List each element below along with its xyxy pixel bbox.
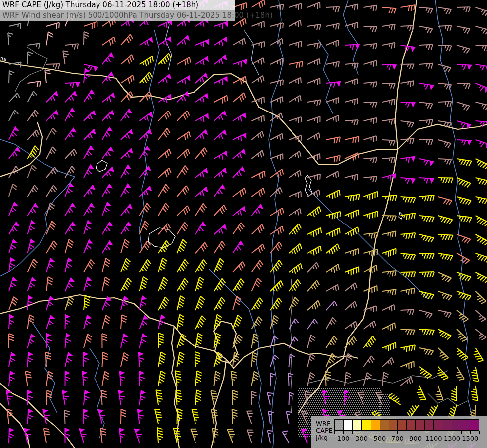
- title-line-cape: WRF CAPE (J/kg) Thursday 06-11-2025 18:0…: [0, 0, 235, 10]
- colorbar-cell: [470, 419, 479, 431]
- colorbar-cell: [352, 419, 361, 431]
- colorbar-tick: [452, 431, 452, 434]
- colorbar-tick: [380, 431, 380, 434]
- legend-caption: WRFCAPEJ/kg: [316, 420, 333, 441]
- legend-caption-line: CAPE: [316, 427, 333, 434]
- colorbar-cell: [343, 419, 352, 431]
- map-place-label: Ra: [0, 57, 6, 62]
- colorbar-cell: [389, 419, 397, 431]
- weather-map-canvas: [0, 0, 487, 448]
- colorbar-tick: [334, 431, 335, 434]
- colorbar-tick-label: 1100: [426, 435, 442, 442]
- colorbar-cell: [424, 419, 433, 431]
- colorbar-tick: [416, 431, 416, 434]
- colorbar-cell: [361, 419, 370, 431]
- colorbar-tick-label: 700: [391, 435, 404, 442]
- cape-colorbar: [334, 419, 479, 431]
- colorbar-tick: [352, 431, 353, 434]
- colorbar-cell: [415, 419, 424, 431]
- colorbar-tick-label: 100: [337, 435, 350, 442]
- colorbar-tick: [425, 431, 425, 434]
- colorbar-tick: [397, 431, 398, 434]
- colorbar-tick: [461, 431, 462, 434]
- colorbar-tick: [389, 431, 389, 434]
- colorbar-tick: [407, 431, 407, 434]
- title-banner: WRF CAPE (J/kg) Thursday 06-11-2025 18:0…: [0, 0, 235, 21]
- colorbar-cell: [380, 419, 389, 431]
- colorbar-tick: [479, 431, 480, 434]
- colorbar-tick: [443, 431, 443, 434]
- colorbar-tick: [362, 431, 362, 434]
- colorbar-cell: [334, 419, 343, 431]
- colorbar-tick-label: 300: [355, 435, 368, 442]
- colorbar-tick-label: 1500: [462, 435, 478, 442]
- legend-caption-line: WRF: [316, 420, 333, 427]
- colorbar-cell: [371, 419, 380, 431]
- colorbar-tick: [371, 431, 371, 434]
- colorbar-tick-label: 500: [374, 435, 386, 442]
- colorbar-cell: [433, 419, 442, 431]
- colorbar-cell: [461, 419, 470, 431]
- wrf-weather-map-page: Ra WRF CAPE (J/kg) Thursday 06-11-2025 1…: [0, 0, 487, 448]
- colorbar-tick: [470, 431, 471, 434]
- colorbar-tick: [434, 431, 434, 434]
- colorbar-tick-label: 1300: [444, 435, 460, 442]
- colorbar-cell: [406, 419, 415, 431]
- colorbar-cell: [452, 419, 461, 431]
- colorbar-cell: [443, 419, 452, 431]
- title-line-windshear: WRF Wind shear (m/s) 500/1000hPa Thursda…: [0, 10, 235, 21]
- colorbar-tick: [343, 431, 344, 434]
- colorbar-cell: [397, 419, 406, 431]
- legend-caption-line: J/kg: [316, 434, 333, 441]
- colorbar-tick-label: 900: [409, 435, 422, 442]
